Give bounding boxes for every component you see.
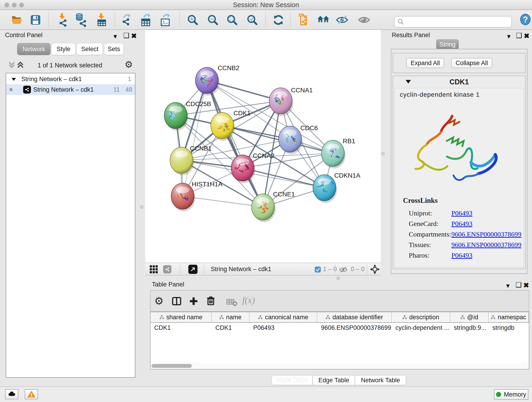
cell--id[interactable]: stringdb:9... (450, 323, 489, 333)
tab-node-table[interactable]: Node Table (272, 375, 313, 385)
tab-edge-table[interactable]: Edge Table (313, 375, 355, 385)
cell-name[interactable]: CDK1 (212, 323, 249, 333)
separator (336, 264, 336, 274)
network-edge[interactable] (207, 80, 263, 207)
splitter-handle[interactable] (381, 152, 385, 155)
results-panel-collapse-icon[interactable]: ▼ (506, 33, 512, 40)
network-options-gear-icon[interactable]: ⚙ (125, 59, 133, 70)
hidden-eye-icon[interactable] (339, 266, 348, 274)
scrollbar-thumb[interactable] (152, 364, 192, 368)
toolbar-separator (265, 12, 266, 27)
tab-sets[interactable]: Sets (104, 43, 124, 55)
birds-eye-navigator-icon[interactable] (370, 264, 380, 275)
cloud-status-button[interactable] (5, 389, 18, 399)
network-collection-row[interactable]: String Network – cdk1 1 (6, 74, 135, 84)
new-network-from-selection-icon[interactable] (297, 13, 310, 26)
crosslink-tissues-link[interactable]: 9606.ENSP00000378699 (451, 241, 521, 249)
crosslink-uniprot-link[interactable]: P06493 (451, 209, 472, 217)
show-graphics-details-icon[interactable] (358, 13, 370, 26)
zoom-out-icon[interactable] (207, 13, 219, 26)
crosslink-pharos-link[interactable]: P06493 (451, 251, 472, 259)
delete-table-icon[interactable] (226, 298, 238, 308)
crosslink-label: Tissues: (409, 241, 431, 249)
grid-view-icon[interactable] (149, 265, 158, 274)
column-header-description[interactable]: description (392, 312, 450, 322)
tab-network[interactable]: Network (17, 43, 51, 55)
splitter-handle[interactable] (336, 277, 340, 280)
column-header-canonical-name[interactable]: canonical name (249, 312, 317, 322)
node-label: CDC6 (300, 124, 318, 132)
export-table-icon[interactable] (140, 13, 152, 26)
cell-description[interactable]: cyclin-dependent ... (392, 323, 450, 333)
export-image-icon[interactable] (159, 13, 172, 26)
delete-column-trash-icon[interactable] (206, 296, 216, 307)
table-panel-float-icon[interactable]: ❑ (515, 281, 522, 288)
table-header-row: shared namenamecanonical namedatabase id… (151, 312, 529, 323)
results-panel-close-icon[interactable]: ✖ (524, 32, 530, 39)
add-column-icon[interactable] (189, 296, 199, 307)
first-neighbors-icon[interactable] (317, 13, 329, 26)
show-columns-icon[interactable] (172, 296, 182, 307)
crosslink-genecard-link[interactable]: P06493 (451, 220, 472, 228)
network-edge-count: 48 (125, 84, 132, 95)
collapse-all-icon[interactable] (8, 61, 16, 70)
tab-select[interactable]: Select (76, 43, 103, 55)
tab-network-table[interactable]: Network Table (355, 375, 406, 385)
tab-style[interactable]: Style (51, 43, 76, 55)
section-title[interactable]: CDK1 (393, 78, 525, 86)
apply-preferred-layout-icon[interactable] (272, 13, 285, 26)
splitter-handle[interactable] (140, 205, 143, 209)
import-network-from-file-icon[interactable] (56, 13, 69, 26)
results-tab-string[interactable]: String (436, 39, 459, 50)
memory-button[interactable]: Memory (494, 389, 528, 400)
selected-checkbox-icon[interactable] (315, 267, 321, 273)
column-header-database-identifier[interactable]: database identifier (317, 312, 392, 322)
expand-all-button[interactable]: Expand All (406, 58, 444, 68)
network-tree: String Network – cdk1 1 String Network –… (6, 73, 135, 378)
control-panel-collapse-icon[interactable]: ▼ (112, 33, 118, 40)
table-row[interactable]: CDK1CDK1P064939606.ENSP00000378699cyclin… (151, 323, 529, 333)
network-view-title: String Network – cdk1 (211, 263, 271, 275)
help-icon[interactable]: ? (519, 13, 532, 26)
table-panel-close-icon[interactable]: ✖ (523, 282, 529, 289)
horizontal-scrollbar[interactable] (151, 363, 529, 369)
cell-namespac[interactable]: stringdb (489, 323, 529, 333)
warnings-button[interactable] (25, 389, 38, 399)
network-canvas[interactable]: CCNB2CCNA1CDC25BCDK1CDC6RB1CCNB1CCNA2CDK… (145, 30, 381, 263)
import-table-from-file-icon[interactable] (95, 13, 108, 26)
results-panel-float-icon[interactable]: ❑ (516, 32, 522, 39)
import-network-from-database-icon[interactable] (75, 13, 87, 26)
column-header--id[interactable]: @id (450, 312, 489, 322)
network-row-selected[interactable]: String Network – cdk1 11 48 (6, 84, 135, 95)
node-label: CDK1 (234, 109, 251, 117)
cell-canonical-name[interactable]: P06493 (249, 323, 317, 333)
crosslink-compartments-link[interactable]: 9606.ENSP00000378699 (451, 230, 521, 238)
cdk1-section-card: CDK1 cyclin-dependent kinase 1 (393, 76, 526, 269)
cell-shared-name[interactable]: CDK1 (151, 323, 212, 333)
window-title: Session: New Session (0, 0, 532, 10)
network-badge-icon[interactable] (163, 265, 171, 274)
column-header-name[interactable]: name (212, 312, 249, 322)
collapse-all-button[interactable]: Collapse All (451, 58, 492, 68)
table-panel-collapse-icon[interactable]: ▼ (505, 282, 511, 289)
open-session-icon[interactable] (11, 13, 23, 26)
control-panel-float-icon[interactable]: ❑ (123, 32, 129, 39)
network-edge[interactable] (183, 80, 207, 196)
save-session-icon[interactable] (29, 13, 42, 26)
cloud-icon (7, 391, 16, 398)
function-builder-icon[interactable]: f(x) (242, 295, 255, 306)
separator (180, 264, 180, 274)
search-input[interactable] (404, 17, 511, 27)
column-header-namespac[interactable]: namespac (489, 312, 529, 322)
table-toolbar: ⚙ f(x) (150, 290, 529, 312)
column-header-shared-name[interactable]: shared name (151, 312, 212, 322)
detach-view-icon[interactable] (188, 265, 197, 274)
zoom-fit-icon[interactable] (226, 13, 238, 26)
table-gear-icon[interactable]: ⚙ (154, 295, 164, 307)
control-panel-close-icon[interactable]: ✖ (131, 32, 137, 39)
export-network-icon[interactable] (120, 13, 133, 26)
zoom-selected-icon[interactable] (246, 13, 259, 26)
zoom-in-icon[interactable] (186, 13, 199, 26)
cell-database-identifier[interactable]: 9606.ENSP00000378699 (317, 323, 392, 333)
hide-selected-icon[interactable] (336, 13, 348, 26)
